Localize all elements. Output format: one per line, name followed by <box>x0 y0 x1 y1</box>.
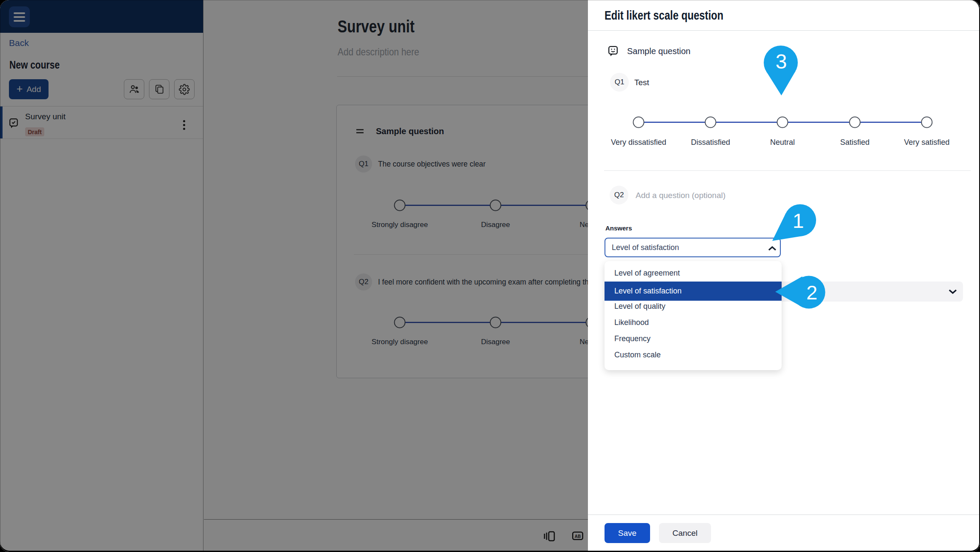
svg-text:2: 2 <box>806 281 817 304</box>
svg-text:3: 3 <box>776 50 787 73</box>
svg-text:1: 1 <box>793 210 804 232</box>
